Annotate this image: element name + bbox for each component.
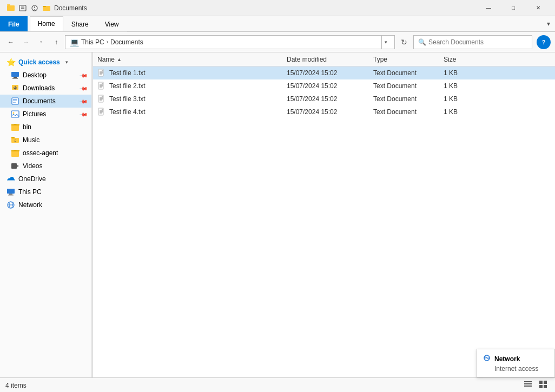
sidebar-item-quick-access[interactable]: ⭐ Quick access ▾ (0, 56, 91, 69)
tab-file[interactable]: File (0, 16, 28, 31)
svg-rect-1 (7, 5, 15, 11)
tab-share[interactable]: Share (63, 16, 97, 31)
thispc-icon (6, 188, 15, 196)
sidebar-item-pictures[interactable]: Pictures 📌 (0, 108, 91, 121)
videos-icon (11, 162, 19, 170)
svg-rect-57 (539, 381, 543, 384)
file-name-cell: Test file 2.txt (93, 82, 282, 90)
music-icon: ♫ (11, 136, 19, 144)
view-list-icon[interactable] (521, 379, 534, 391)
file-size-cell: 1 KB (439, 82, 483, 90)
back-button[interactable]: ← (4, 36, 17, 49)
search-icon: 🔍 (418, 38, 426, 46)
address-row: ← → ▾ ↑ 💻 This PC › Documents ▾ ↻ 🔍 ? (0, 32, 555, 52)
table-row[interactable]: Test file 2.txt 15/07/2024 15:02 Text Do… (93, 79, 555, 92)
help-button[interactable]: ? (537, 35, 551, 49)
sidebar-item-ossec[interactable]: ossec-agent (0, 147, 91, 160)
minimize-button[interactable]: — (476, 0, 501, 16)
title-folder-yellow-icon (42, 4, 51, 12)
file-name-cell: Test file 4.txt (93, 108, 282, 116)
refresh-button[interactable]: ↻ (397, 35, 411, 49)
main-area: ⭐ Quick access ▾ Desktop 📌 Downloads 📌 D… (0, 52, 555, 377)
network-badge-line2: Internet access (483, 365, 549, 373)
file-date-cell: 15/07/2024 15:02 (282, 69, 369, 77)
svg-rect-26 (7, 189, 15, 194)
table-row[interactable]: Test file 1.txt 15/07/2024 15:02 Text Do… (93, 67, 555, 79)
file-type-cell: Text Document (369, 82, 439, 90)
sidebar-label-thispc: This PC (18, 188, 42, 196)
ossec-icon (11, 149, 19, 157)
svg-text:♫: ♫ (14, 138, 16, 142)
title-new-icon (18, 4, 27, 12)
sidebar-item-documents[interactable]: Documents 📌 (0, 95, 91, 108)
close-button[interactable]: ✕ (526, 0, 551, 16)
title-bar-controls: — □ ✕ (476, 0, 551, 16)
file-name-cell: Test file 3.txt (93, 95, 282, 103)
title-bar: Documents — □ ✕ (0, 0, 555, 16)
pictures-pin-icon: 📌 (80, 110, 88, 118)
up-button[interactable]: ↑ (50, 36, 63, 49)
file-size-cell: 1 KB (439, 95, 483, 103)
sidebar-label-desktop: Desktop (23, 71, 47, 79)
file-date-cell: 15/07/2024 15:02 (282, 82, 369, 90)
svg-rect-55 (524, 383, 532, 384)
column-header-name[interactable]: Name ▲ (93, 52, 282, 66)
recent-locations-button[interactable]: ▾ (35, 36, 48, 49)
ribbon-expand-button[interactable]: ▾ (542, 16, 555, 31)
svg-rect-27 (9, 194, 12, 195)
view-grid-icon[interactable] (537, 379, 550, 391)
address-dropdown-button[interactable]: ▾ (381, 35, 390, 49)
column-header-date[interactable]: Date modified (282, 52, 369, 66)
svg-rect-11 (14, 77, 17, 78)
svg-point-20 (13, 112, 15, 114)
file-size-cell: 1 KB (439, 69, 483, 77)
file-date-cell: 15/07/2024 15:02 (282, 108, 369, 116)
file-name: Test file 1.txt (109, 69, 146, 77)
sidebar-item-onedrive[interactable]: OneDrive (0, 172, 91, 185)
file-type-cell: Text Document (369, 69, 439, 77)
sidebar-item-bin[interactable]: bin (0, 121, 91, 134)
documents-pin-icon: 📌 (80, 97, 88, 105)
address-bar[interactable]: 💻 This PC › Documents ▾ (65, 35, 395, 49)
name-sort-arrow: ▲ (117, 57, 122, 62)
column-header-type[interactable]: Type (369, 52, 439, 66)
table-row[interactable]: Test file 3.txt 15/07/2024 15:02 Text Do… (93, 92, 555, 105)
forward-button[interactable]: → (19, 36, 32, 49)
title-text: Documents (54, 4, 87, 12)
title-properties-icon (30, 4, 39, 12)
sidebar-item-thispc[interactable]: This PC (0, 185, 91, 198)
address-separator: › (107, 39, 108, 45)
table-row[interactable]: Test file 4.txt 15/07/2024 15:02 Text Do… (93, 105, 555, 118)
file-name: Test file 3.txt (109, 95, 146, 103)
quick-access-expand-icon: ▾ (65, 59, 68, 65)
search-input[interactable] (428, 38, 527, 46)
file-name-cell: Test file 1.txt (93, 69, 282, 77)
sidebar-item-videos[interactable]: Videos (0, 160, 91, 172)
sidebar-item-music[interactable]: ♫ Music (0, 134, 91, 147)
file-icon (97, 82, 106, 90)
tab-view[interactable]: View (97, 16, 127, 31)
file-icon (97, 95, 106, 103)
sidebar-label-pictures: Pictures (23, 110, 46, 118)
ribbon-tabs: File Home Share View ▾ (0, 16, 555, 31)
item-count: 4 items (5, 382, 27, 389)
onedrive-icon (6, 175, 15, 183)
pictures-icon (11, 110, 19, 118)
svg-rect-60 (544, 385, 547, 388)
network-status-badge: Network Internet access (477, 349, 555, 377)
status-bar: 4 items (0, 377, 555, 392)
file-content-area: Name ▲ Date modified Type Size (93, 52, 555, 377)
file-size-cell: 1 KB (439, 108, 483, 116)
sidebar-item-downloads[interactable]: Downloads 📌 (0, 82, 91, 95)
sidebar-label-downloads: Downloads (23, 84, 55, 92)
maximize-button[interactable]: □ (501, 0, 526, 16)
sidebar-item-network[interactable]: Network (0, 198, 91, 211)
address-part-documents: Documents (110, 38, 143, 46)
svg-marker-25 (17, 165, 19, 167)
network-badge-line1: Network (494, 355, 520, 363)
network-icon (6, 201, 15, 209)
sidebar-item-desktop[interactable]: Desktop 📌 (0, 69, 91, 82)
tab-home[interactable]: Home (30, 16, 63, 31)
column-header-size[interactable]: Size (439, 52, 483, 66)
documents-icon (11, 97, 19, 105)
